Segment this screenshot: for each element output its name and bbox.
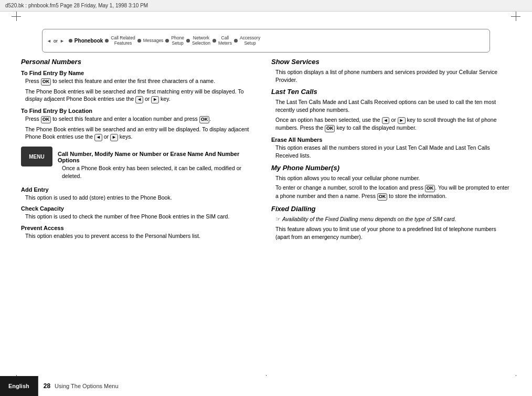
nav-dot-3	[137, 39, 141, 43]
nav-item-call-related-label: Call RelatedFeatures	[111, 36, 135, 46]
check-capacity-p1: This option is used to check the number …	[21, 213, 261, 221]
nav-item-network-selection-label: NetworkSelection	[192, 36, 210, 46]
right-btn-3: ►	[398, 117, 406, 124]
my-phone-number-p1: This option allows you to recall your ce…	[271, 174, 511, 182]
nav-or-label: or	[54, 38, 58, 44]
note-icon: ☞	[275, 216, 281, 222]
call-modify-heading: Call Number, Modify Name or Number or Er…	[58, 151, 261, 163]
left-btn-2: ◄	[94, 134, 102, 141]
nav-item-accessory-setup[interactable]: AccessorySetup	[240, 36, 260, 46]
nav-item-call-related[interactable]: Call RelatedFeatures	[111, 36, 135, 46]
ok-btn-3: OK	[199, 116, 210, 123]
last-ten-calls-p1: The Last Ten Calls Made and Last Calls R…	[271, 98, 511, 113]
left-btn-3: ◄	[382, 117, 390, 124]
ok-btn-4: OK	[325, 125, 335, 132]
fixed-dialling-title: Fixed Dialling	[271, 205, 511, 213]
ok-btn-6: OK	[377, 193, 388, 201]
fixed-dialling-p1: This feature allows you to limit use of …	[271, 225, 511, 241]
left-column: Personal Numbers To Find Entry By Name P…	[21, 58, 261, 370]
nav-item-phone-setup[interactable]: PhoneSetup	[171, 36, 184, 46]
erase-all-heading: Erase All Numbers	[271, 137, 511, 143]
nav-arrow-right-icon: ►	[60, 38, 65, 44]
footer-page-number: 28	[44, 382, 50, 390]
nav-dot-6	[212, 39, 216, 43]
nav-item-call-meters-label: CallMeters	[218, 36, 232, 46]
footer-language: English	[0, 376, 38, 396]
nav-strip: ◄ or ► Phonebook Call RelatedFeatures Me…	[42, 29, 490, 53]
footer-page-text: Using The Options Menu	[55, 383, 118, 389]
left-btn-1: ◄	[135, 96, 143, 103]
ok-btn-5: OK	[425, 185, 435, 192]
nav-dot-4	[165, 39, 169, 43]
nav-dot	[69, 39, 72, 43]
nav-item-network-selection[interactable]: NetworkSelection	[192, 36, 210, 46]
nav-dot-2	[105, 39, 109, 43]
right-btn-1: ►	[151, 96, 159, 103]
nav-dot-7	[234, 39, 238, 43]
crosshair-top-left	[12, 12, 21, 21]
ok-btn-1: OK	[41, 78, 51, 86]
header-title: d520.bk : phnbook.fm5 Page 28 Friday, Ma…	[5, 3, 148, 8]
right-column: Show Services This option displays a lis…	[271, 58, 511, 370]
find-by-location-p2: The Phone Book entries will be searched …	[21, 126, 261, 141]
personal-numbers-title: Personal Numbers	[21, 58, 261, 66]
my-phone-number-title: My Phone Number(s)	[271, 164, 511, 172]
ok-btn-2: OK	[41, 116, 51, 123]
find-by-name-heading: To Find Entry By Name	[21, 70, 261, 76]
nav-item-messages[interactable]: Messages	[143, 38, 164, 43]
find-by-name-p2: The Phone Book entries will be searched …	[21, 88, 261, 103]
header-bar: d520.bk : phnbook.fm5 Page 28 Friday, Ma…	[0, 0, 532, 12]
nav-item-messages-label: Messages	[143, 38, 164, 43]
last-ten-calls-title: Last Ten Calls	[271, 88, 511, 96]
nav-item-call-meters[interactable]: CallMeters	[218, 36, 232, 46]
nav-dot-5	[186, 39, 190, 43]
find-by-location-heading: To Find Entry By Location	[21, 108, 261, 114]
nav-arrow-icon: ◄	[47, 38, 51, 44]
check-capacity-heading: Check Capacity	[21, 205, 261, 212]
prevent-access-p1: This option enables you to prevent acces…	[21, 232, 261, 240]
add-entry-p1: This option is used to add (store) entri…	[21, 194, 261, 202]
nav-item-accessory-setup-label: AccessorySetup	[240, 36, 260, 46]
prevent-access-heading: Prevent Access	[21, 225, 261, 231]
erase-all-p1: This option erases all the numbers store…	[271, 144, 511, 159]
find-by-name-p1: Press OK to select this feature and ente…	[21, 77, 261, 86]
right-btn-2: ►	[110, 134, 118, 141]
menu-icon-label: MENU	[29, 154, 44, 160]
find-by-location-p1: Press OK to select this feature and ente…	[21, 115, 261, 123]
footer-content: 28 Using The Options Menu	[38, 376, 532, 396]
show-services-p1: This option displays a list of phone num…	[271, 68, 511, 84]
last-ten-calls-p2: Once an option has been selected, use th…	[271, 116, 511, 132]
my-phone-number-p2: To enter or change a number, scroll to t…	[271, 184, 511, 200]
main-content: Personal Numbers To Find Entry By Name P…	[21, 58, 511, 370]
fixed-dialling-note: ☞Availability of the Fixed Dialling menu…	[271, 215, 511, 223]
call-modify-p1: Once a Phone Book entry has been selecte…	[58, 164, 261, 180]
crosshair-top-right	[511, 12, 520, 21]
nav-item-phonebook[interactable]: Phonebook	[75, 38, 103, 44]
menu-icon-box: MENU	[21, 147, 52, 166]
add-entry-heading: Add Entry	[21, 186, 261, 193]
show-services-title: Show Services	[271, 58, 511, 66]
nav-item-phone-setup-label: PhoneSetup	[171, 36, 184, 46]
nav-item-phonebook-label: Phonebook	[75, 38, 103, 44]
footer-bar: English 28 Using The Options Menu	[0, 376, 532, 396]
